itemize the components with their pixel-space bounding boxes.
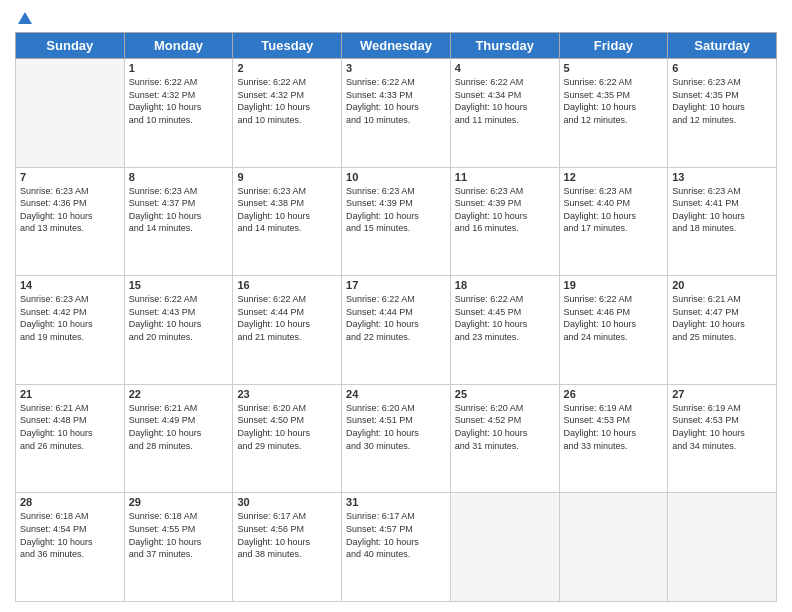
day-number: 8: [129, 171, 229, 183]
calendar-cell: 24Sunrise: 6:20 AM Sunset: 4:51 PM Dayli…: [342, 384, 451, 493]
day-number: 19: [564, 279, 664, 291]
calendar-cell: 16Sunrise: 6:22 AM Sunset: 4:44 PM Dayli…: [233, 276, 342, 385]
day-info: Sunrise: 6:22 AM Sunset: 4:46 PM Dayligh…: [564, 293, 664, 343]
day-info: Sunrise: 6:17 AM Sunset: 4:56 PM Dayligh…: [237, 510, 337, 560]
day-number: 20: [672, 279, 772, 291]
calendar-cell: [450, 493, 559, 602]
calendar-cell: 14Sunrise: 6:23 AM Sunset: 4:42 PM Dayli…: [16, 276, 125, 385]
calendar-week-row: 21Sunrise: 6:21 AM Sunset: 4:48 PM Dayli…: [16, 384, 777, 493]
day-info: Sunrise: 6:19 AM Sunset: 4:53 PM Dayligh…: [672, 402, 772, 452]
day-info: Sunrise: 6:23 AM Sunset: 4:42 PM Dayligh…: [20, 293, 120, 343]
day-info: Sunrise: 6:22 AM Sunset: 4:35 PM Dayligh…: [564, 76, 664, 126]
calendar-day-header: Sunday: [16, 33, 125, 59]
day-number: 10: [346, 171, 446, 183]
day-info: Sunrise: 6:23 AM Sunset: 4:40 PM Dayligh…: [564, 185, 664, 235]
day-number: 18: [455, 279, 555, 291]
day-number: 2: [237, 62, 337, 74]
header: [15, 10, 777, 24]
calendar-day-header: Wednesday: [342, 33, 451, 59]
calendar-cell: 30Sunrise: 6:17 AM Sunset: 4:56 PM Dayli…: [233, 493, 342, 602]
page: SundayMondayTuesdayWednesdayThursdayFrid…: [0, 0, 792, 612]
day-info: Sunrise: 6:22 AM Sunset: 4:43 PM Dayligh…: [129, 293, 229, 343]
day-number: 22: [129, 388, 229, 400]
calendar-cell: 1Sunrise: 6:22 AM Sunset: 4:32 PM Daylig…: [124, 59, 233, 168]
calendar-cell: 29Sunrise: 6:18 AM Sunset: 4:55 PM Dayli…: [124, 493, 233, 602]
day-number: 15: [129, 279, 229, 291]
calendar-header-row: SundayMondayTuesdayWednesdayThursdayFrid…: [16, 33, 777, 59]
calendar-cell: 10Sunrise: 6:23 AM Sunset: 4:39 PM Dayli…: [342, 167, 451, 276]
day-number: 17: [346, 279, 446, 291]
day-number: 21: [20, 388, 120, 400]
day-info: Sunrise: 6:22 AM Sunset: 4:44 PM Dayligh…: [237, 293, 337, 343]
day-info: Sunrise: 6:20 AM Sunset: 4:52 PM Dayligh…: [455, 402, 555, 452]
day-number: 25: [455, 388, 555, 400]
calendar-cell: 12Sunrise: 6:23 AM Sunset: 4:40 PM Dayli…: [559, 167, 668, 276]
calendar-cell: 31Sunrise: 6:17 AM Sunset: 4:57 PM Dayli…: [342, 493, 451, 602]
day-info: Sunrise: 6:21 AM Sunset: 4:49 PM Dayligh…: [129, 402, 229, 452]
calendar-week-row: 28Sunrise: 6:18 AM Sunset: 4:54 PM Dayli…: [16, 493, 777, 602]
day-info: Sunrise: 6:23 AM Sunset: 4:39 PM Dayligh…: [455, 185, 555, 235]
day-info: Sunrise: 6:22 AM Sunset: 4:32 PM Dayligh…: [237, 76, 337, 126]
calendar-cell: 17Sunrise: 6:22 AM Sunset: 4:44 PM Dayli…: [342, 276, 451, 385]
calendar-day-header: Thursday: [450, 33, 559, 59]
day-info: Sunrise: 6:23 AM Sunset: 4:36 PM Dayligh…: [20, 185, 120, 235]
day-info: Sunrise: 6:19 AM Sunset: 4:53 PM Dayligh…: [564, 402, 664, 452]
calendar-cell: 2Sunrise: 6:22 AM Sunset: 4:32 PM Daylig…: [233, 59, 342, 168]
calendar-cell: 9Sunrise: 6:23 AM Sunset: 4:38 PM Daylig…: [233, 167, 342, 276]
day-number: 7: [20, 171, 120, 183]
calendar-cell: [559, 493, 668, 602]
calendar-table: SundayMondayTuesdayWednesdayThursdayFrid…: [15, 32, 777, 602]
day-info: Sunrise: 6:21 AM Sunset: 4:48 PM Dayligh…: [20, 402, 120, 452]
day-info: Sunrise: 6:23 AM Sunset: 4:41 PM Dayligh…: [672, 185, 772, 235]
calendar-cell: 18Sunrise: 6:22 AM Sunset: 4:45 PM Dayli…: [450, 276, 559, 385]
logo-icon: [16, 10, 34, 28]
day-number: 28: [20, 496, 120, 508]
day-number: 12: [564, 171, 664, 183]
day-number: 24: [346, 388, 446, 400]
day-number: 27: [672, 388, 772, 400]
calendar-cell: 11Sunrise: 6:23 AM Sunset: 4:39 PM Dayli…: [450, 167, 559, 276]
calendar-cell: 27Sunrise: 6:19 AM Sunset: 4:53 PM Dayli…: [668, 384, 777, 493]
day-info: Sunrise: 6:20 AM Sunset: 4:51 PM Dayligh…: [346, 402, 446, 452]
calendar-week-row: 14Sunrise: 6:23 AM Sunset: 4:42 PM Dayli…: [16, 276, 777, 385]
day-number: 4: [455, 62, 555, 74]
day-info: Sunrise: 6:23 AM Sunset: 4:35 PM Dayligh…: [672, 76, 772, 126]
calendar-cell: 23Sunrise: 6:20 AM Sunset: 4:50 PM Dayli…: [233, 384, 342, 493]
day-info: Sunrise: 6:18 AM Sunset: 4:55 PM Dayligh…: [129, 510, 229, 560]
calendar-day-header: Saturday: [668, 33, 777, 59]
calendar-cell: [668, 493, 777, 602]
day-info: Sunrise: 6:23 AM Sunset: 4:38 PM Dayligh…: [237, 185, 337, 235]
day-info: Sunrise: 6:22 AM Sunset: 4:32 PM Dayligh…: [129, 76, 229, 126]
day-info: Sunrise: 6:23 AM Sunset: 4:37 PM Dayligh…: [129, 185, 229, 235]
calendar-cell: 25Sunrise: 6:20 AM Sunset: 4:52 PM Dayli…: [450, 384, 559, 493]
day-number: 1: [129, 62, 229, 74]
day-number: 31: [346, 496, 446, 508]
calendar-cell: 22Sunrise: 6:21 AM Sunset: 4:49 PM Dayli…: [124, 384, 233, 493]
calendar-cell: 6Sunrise: 6:23 AM Sunset: 4:35 PM Daylig…: [668, 59, 777, 168]
calendar-week-row: 1Sunrise: 6:22 AM Sunset: 4:32 PM Daylig…: [16, 59, 777, 168]
calendar-cell: 21Sunrise: 6:21 AM Sunset: 4:48 PM Dayli…: [16, 384, 125, 493]
calendar-week-row: 7Sunrise: 6:23 AM Sunset: 4:36 PM Daylig…: [16, 167, 777, 276]
day-info: Sunrise: 6:22 AM Sunset: 4:33 PM Dayligh…: [346, 76, 446, 126]
calendar-cell: 28Sunrise: 6:18 AM Sunset: 4:54 PM Dayli…: [16, 493, 125, 602]
calendar-cell: 3Sunrise: 6:22 AM Sunset: 4:33 PM Daylig…: [342, 59, 451, 168]
calendar-cell: 8Sunrise: 6:23 AM Sunset: 4:37 PM Daylig…: [124, 167, 233, 276]
calendar-day-header: Friday: [559, 33, 668, 59]
svg-marker-0: [18, 12, 32, 24]
day-number: 23: [237, 388, 337, 400]
calendar-cell: 26Sunrise: 6:19 AM Sunset: 4:53 PM Dayli…: [559, 384, 668, 493]
day-info: Sunrise: 6:22 AM Sunset: 4:45 PM Dayligh…: [455, 293, 555, 343]
day-info: Sunrise: 6:23 AM Sunset: 4:39 PM Dayligh…: [346, 185, 446, 235]
calendar-cell: 5Sunrise: 6:22 AM Sunset: 4:35 PM Daylig…: [559, 59, 668, 168]
calendar-day-header: Tuesday: [233, 33, 342, 59]
day-number: 9: [237, 171, 337, 183]
day-info: Sunrise: 6:22 AM Sunset: 4:44 PM Dayligh…: [346, 293, 446, 343]
day-number: 5: [564, 62, 664, 74]
calendar-cell: 19Sunrise: 6:22 AM Sunset: 4:46 PM Dayli…: [559, 276, 668, 385]
calendar-cell: 13Sunrise: 6:23 AM Sunset: 4:41 PM Dayli…: [668, 167, 777, 276]
calendar-cell: 4Sunrise: 6:22 AM Sunset: 4:34 PM Daylig…: [450, 59, 559, 168]
day-number: 29: [129, 496, 229, 508]
day-number: 16: [237, 279, 337, 291]
day-number: 14: [20, 279, 120, 291]
day-number: 6: [672, 62, 772, 74]
